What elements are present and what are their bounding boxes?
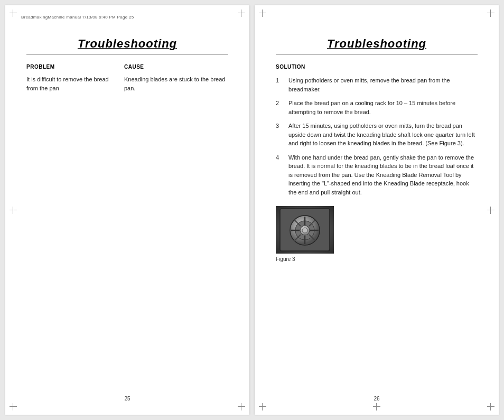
figure-svg: [276, 206, 334, 254]
right-corner-mark-br: [487, 403, 494, 410]
step-1: 1 Using potholders or oven mitts, remove…: [276, 76, 478, 94]
header-meta: BreadmakingMachine manual 7/13/08 9:40 P…: [21, 15, 134, 20]
step-1-num: 1: [276, 76, 282, 94]
center-mark-right: [487, 207, 494, 214]
center-mark-bottom: [373, 403, 380, 410]
corner-mark-tl: [10, 10, 17, 17]
left-page-number: 25: [124, 396, 130, 402]
step-4: 4 With one hand under the bread pan, gen…: [276, 153, 478, 197]
page-spread: BreadmakingMachine manual 7/13/08 9:40 P…: [0, 0, 504, 420]
problem-header: PROBLEM: [26, 64, 114, 70]
two-col-layout: PROBLEM It is difficult to remove the br…: [26, 64, 228, 92]
center-mark-left: [10, 207, 17, 214]
step-4-num: 4: [276, 153, 282, 197]
corner-mark-bl: [10, 403, 17, 410]
step-3-text: After 15 minutes, using potholders or ov…: [288, 122, 478, 148]
cause-column: CAUSE Kneading blades are stuck to the b…: [124, 64, 228, 92]
step-3: 3 After 15 minutes, using potholders or …: [276, 122, 478, 148]
step-1-text: Using potholders or oven mitts, remove t…: [288, 76, 478, 94]
left-page: BreadmakingMachine manual 7/13/08 9:40 P…: [5, 5, 249, 415]
right-corner-mark-tr: [487, 10, 494, 17]
figure-caption: Figure 3: [276, 256, 478, 262]
step-2-num: 2: [276, 99, 282, 116]
solution-header: SOLUTION: [276, 64, 478, 70]
cause-text: Kneading blades are stuck to the bread p…: [124, 75, 228, 92]
left-page-title: Troubleshooting: [26, 37, 228, 51]
step-2: 2 Place the bread pan on a cooling rack …: [276, 99, 478, 116]
figure-container: Figure 3: [276, 206, 478, 262]
corner-mark-br: [238, 403, 245, 410]
right-corner-mark-tl: [259, 10, 266, 17]
right-page-number: 26: [374, 396, 379, 402]
solution-list: 1 Using potholders or oven mitts, remove…: [276, 76, 478, 197]
svg-point-14: [302, 228, 307, 233]
figure-image: [276, 206, 334, 254]
step-4-text: With one hand under the bread pan, gentl…: [288, 153, 478, 197]
right-page-divider: [276, 54, 478, 54]
corner-mark-tr: [238, 10, 245, 17]
step-3-num: 3: [276, 122, 282, 148]
right-corner-mark-bl: [259, 403, 266, 410]
right-page: Troubleshooting SOLUTION 1 Using pothold…: [255, 5, 499, 415]
left-page-divider: [26, 54, 228, 54]
right-page-title: Troubleshooting: [276, 37, 478, 51]
problem-column: PROBLEM It is difficult to remove the br…: [26, 64, 114, 92]
problem-text: It is difficult to remove the bread from…: [26, 75, 114, 92]
cause-header: CAUSE: [124, 64, 228, 70]
step-2-text: Place the bread pan on a cooling rack fo…: [288, 99, 478, 116]
figure-image-bg: [276, 206, 334, 254]
